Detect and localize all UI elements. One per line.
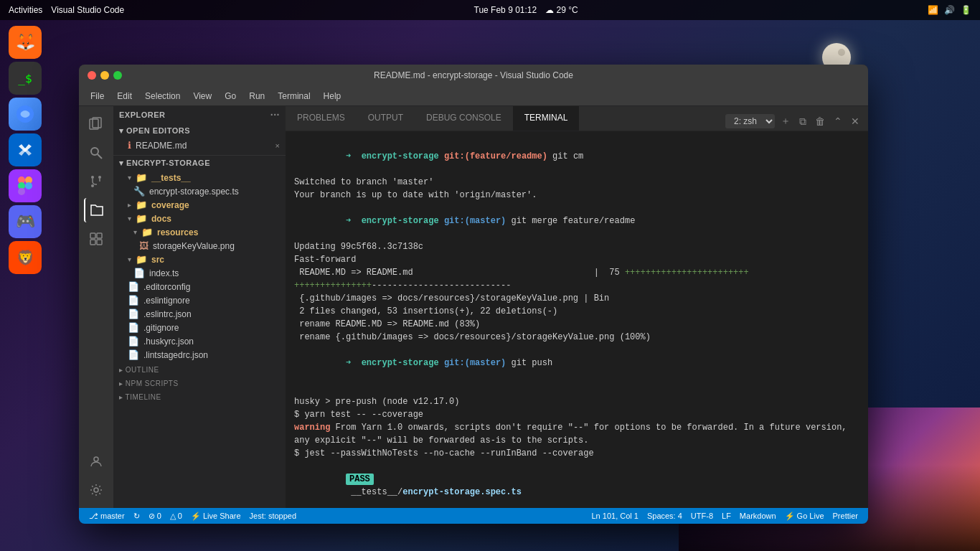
folder-docs[interactable]: ▾ 📁 docs xyxy=(113,212,286,225)
menu-file[interactable]: File xyxy=(85,90,110,103)
svg-rect-16 xyxy=(97,240,102,245)
status-go-live[interactable]: ⚡ Go Live xyxy=(781,512,829,521)
svg-point-8 xyxy=(91,148,98,155)
jest-label: Jest: stopped xyxy=(250,512,296,520)
dock-firefox[interactable]: 🦊 xyxy=(9,26,42,59)
npm-chevron: ▸ xyxy=(119,380,126,387)
status-spaces[interactable]: Spaces: 4 xyxy=(643,512,687,520)
minimize-button[interactable] xyxy=(100,71,109,80)
status-sync[interactable]: ↻ xyxy=(129,508,144,524)
tab-output[interactable]: OUTPUT xyxy=(357,106,415,131)
folder-icon: 📁 xyxy=(136,172,147,183)
dock-finder[interactable] xyxy=(9,98,42,131)
status-language[interactable]: Markdown xyxy=(735,512,781,520)
menu-view[interactable]: View xyxy=(187,90,217,103)
app-name-label[interactable]: Visual Studio Code xyxy=(51,5,124,15)
dock-discord[interactable]: 🎮 xyxy=(9,205,42,238)
menu-terminal[interactable]: Terminal xyxy=(272,90,316,103)
open-editors-header[interactable]: ▾ OPEN EDITORS xyxy=(113,123,286,138)
folder-resources-icon: 📁 xyxy=(141,227,153,237)
folder-coverage[interactable]: ▸ 📁 coverage xyxy=(113,198,286,212)
explorer-header[interactable]: EXPLORER ··· xyxy=(113,106,286,123)
status-warnings[interactable]: △ 0 xyxy=(166,508,187,524)
activity-search[interactable] xyxy=(84,141,108,165)
panel-tab-bar: PROBLEMS OUTPUT DEBUG CONSOLE TERMINAL 2… xyxy=(286,106,868,131)
activities-label[interactable]: Activities xyxy=(9,5,42,15)
activity-git[interactable] xyxy=(84,169,108,194)
maximize-button[interactable] xyxy=(113,71,122,80)
kill-terminal-button[interactable]: 🗑 xyxy=(812,113,828,130)
new-terminal-button[interactable]: ＋ xyxy=(778,112,793,131)
chevron-right-icon: ▸ xyxy=(128,201,131,209)
dock-terminal[interactable]: _$ xyxy=(9,62,42,95)
outline-section[interactable]: ▸ OUTLINE xyxy=(113,362,286,375)
timeline-section[interactable]: ▸ TIMELINE xyxy=(113,389,286,402)
tab-problems[interactable]: PROBLEMS xyxy=(286,106,357,131)
menu-edit[interactable]: Edit xyxy=(111,90,138,103)
status-jest[interactable]: Jest: stopped xyxy=(245,508,301,524)
term-line-17: warning From Yarn 1.0 onwards, scripts d… xyxy=(294,421,859,447)
terminal-output[interactable]: ➜ encrypt-storage git:(feature/readme) g… xyxy=(286,131,868,508)
status-errors[interactable]: ⊘ 0 xyxy=(144,508,166,524)
terminal-instance-select[interactable]: 2: zsh xyxy=(725,114,775,128)
close-file-icon[interactable]: × xyxy=(275,141,280,150)
status-live-share[interactable]: ⚡ Live Share xyxy=(187,508,245,524)
project-name: ▾ ENCRYPT-STORAGE xyxy=(119,159,210,168)
file-husky-icon: 📄 xyxy=(128,336,139,347)
errors-label: ⊘ 0 xyxy=(149,512,161,521)
menu-go[interactable]: Go xyxy=(219,90,242,103)
file-spec[interactable]: 🔧 encrypt-storage.spec.ts xyxy=(113,184,286,198)
file-lintstaged[interactable]: 📄 .lintstagedrc.json xyxy=(113,348,286,362)
system-bar-left: Activities Visual Studio Code xyxy=(9,5,124,15)
sidebar: EXPLORER ··· ▾ OPEN EDITORS ℹ README.md … xyxy=(113,106,286,508)
open-file-readme[interactable]: ℹ README.md × xyxy=(113,138,286,152)
dock-figma[interactable] xyxy=(9,169,42,202)
close-panel-button[interactable]: ✕ xyxy=(848,113,862,130)
file-storage-png[interactable]: 🖼 storageKeyValue.png xyxy=(113,239,286,253)
activity-extensions[interactable] xyxy=(84,227,108,251)
menu-run[interactable]: Run xyxy=(243,90,270,103)
file-png-icon: 🖼 xyxy=(139,240,149,251)
status-right: Ln 101, Col 1 Spaces: 4 UTF-8 LF Markdow… xyxy=(587,512,862,521)
activity-copy[interactable] xyxy=(84,112,108,136)
menu-selection[interactable]: Selection xyxy=(139,90,186,103)
activity-settings[interactable] xyxy=(84,478,108,502)
explorer-more[interactable]: ··· xyxy=(270,109,280,121)
folder-src[interactable]: ▾ 📁 src xyxy=(113,253,286,266)
folder-docs-icon: 📁 xyxy=(136,213,147,224)
status-encoding[interactable]: UTF-8 xyxy=(687,512,717,520)
status-position[interactable]: Ln 101, Col 1 xyxy=(587,512,642,520)
npm-scripts-section[interactable]: ▸ NPM SCRIPTS xyxy=(113,375,286,389)
go-live-icon: ⚡ xyxy=(785,512,795,521)
folder-resources[interactable]: ▾ 📁 resources xyxy=(113,225,286,239)
term-line-5: Updating 99c5f68..3c7138c xyxy=(294,240,859,253)
project-header[interactable]: ▾ ENCRYPT-STORAGE xyxy=(113,156,286,171)
split-terminal-button[interactable]: ⧉ xyxy=(796,113,809,131)
file-eslintrc-label: .eslintrc.json xyxy=(143,309,192,319)
status-prettier[interactable]: Prettier xyxy=(829,512,862,520)
tab-debug-console[interactable]: DEBUG CONSOLE xyxy=(415,106,513,131)
folder-coverage-icon: 📁 xyxy=(136,199,147,210)
file-huskyrc[interactable]: 📄 .huskyrc.json xyxy=(113,334,286,348)
file-editorconfig[interactable]: 📄 .editorconfig xyxy=(113,280,286,293)
svg-rect-14 xyxy=(97,233,102,238)
editor-area: PROBLEMS OUTPUT DEBUG CONSOLE TERMINAL 2… xyxy=(286,106,868,508)
more-actions-button[interactable]: ⌃ xyxy=(831,113,845,130)
tab-terminal[interactable]: TERMINAL xyxy=(513,106,580,131)
file-index-ts[interactable]: 📄 index.ts xyxy=(113,266,286,280)
status-line-ending[interactable]: LF xyxy=(717,512,735,520)
dock-vscode[interactable] xyxy=(9,133,42,166)
activity-explorer[interactable] xyxy=(84,198,108,222)
folder-src-label: src xyxy=(151,255,164,265)
outline-chevron: ▸ xyxy=(119,366,126,374)
dock-brave[interactable]: 🦁 xyxy=(9,241,42,274)
file-index-ts-label: index.ts xyxy=(149,268,179,278)
file-eslintignore[interactable]: 📄 .eslintignore xyxy=(113,293,286,307)
file-eslintrc[interactable]: 📄 .eslintrc.json xyxy=(113,307,286,321)
folder-tests[interactable]: ▾ 📁 __tests__ xyxy=(113,171,286,184)
file-gitignore[interactable]: 📄 .gitignore xyxy=(113,321,286,334)
menu-help[interactable]: Help xyxy=(318,90,347,103)
activity-accounts[interactable] xyxy=(84,449,108,474)
status-branch[interactable]: ⎇ master xyxy=(85,508,129,524)
close-button[interactable] xyxy=(88,71,96,80)
